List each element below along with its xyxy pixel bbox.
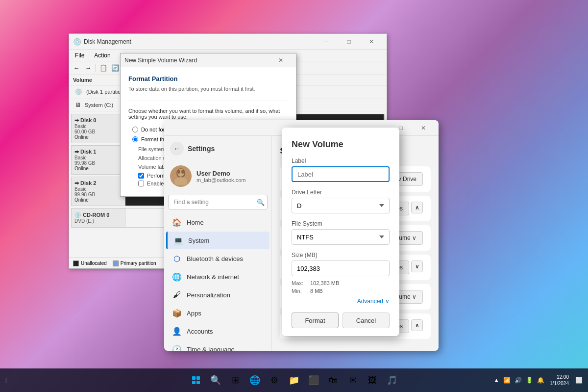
settings-nav-network[interactable]: 🌐 Network & internet xyxy=(166,268,270,286)
taskbar-mail[interactable]: ✉ xyxy=(344,371,362,389)
toolbar-sep1 xyxy=(96,64,96,72)
nv-min-value: 8 MB xyxy=(310,288,323,294)
time-icon: 🕐 xyxy=(172,344,182,351)
taskbar-left: | xyxy=(4,377,8,384)
nav-bluetooth-label: Bluetooth & devices xyxy=(187,255,243,262)
bluetooth-icon: ⬡ xyxy=(172,254,182,263)
settings-nav-time[interactable]: 🕐 Time & language xyxy=(166,340,270,351)
wizard-radio2[interactable] xyxy=(132,136,138,142)
nv-drive-letter-label: Drive Letter xyxy=(292,189,390,196)
toolbar-btn1[interactable]: 📋 xyxy=(98,63,109,74)
disk-mgmt-controls: ─ □ ✕ xyxy=(315,34,383,50)
legend-unalloc-box xyxy=(73,261,79,266)
nv-advanced-btn[interactable]: Advanced ∨ xyxy=(292,298,390,305)
nv-size-input[interactable] xyxy=(292,261,390,276)
wizard-section-title: Format Partition xyxy=(128,75,288,82)
nav-accounts-label: Accounts xyxy=(187,328,213,335)
nv-min-label: Min: xyxy=(292,288,306,294)
settings-search-input[interactable] xyxy=(168,195,268,209)
wizard-subtitle: To store data on this partition, you mus… xyxy=(128,85,288,93)
tray-date-value: 1/1/2024 xyxy=(550,380,569,387)
legend-primary-label: Primary partition xyxy=(121,261,156,266)
tray-show-desktop[interactable]: | xyxy=(4,377,8,384)
apps-icon: 📦 xyxy=(172,308,182,318)
taskbar-taskview[interactable]: ⊞ xyxy=(226,371,244,389)
menu-action[interactable]: Action xyxy=(90,51,114,60)
settings-search-btn[interactable]: 🔍 xyxy=(257,199,265,206)
tray-icons: ▲ 📶 🔊 🔋 🔔 xyxy=(492,376,546,385)
disk-2-label: ➡ Disk 2 Basic 99.98 GB Online xyxy=(72,177,125,206)
nv-max-label: Max: xyxy=(292,280,306,286)
disk-mgmt-titlebar[interactable]: 💿 Disk Management ─ □ ✕ xyxy=(69,34,387,50)
nav-personalization-label: Personalization xyxy=(187,291,230,299)
wizard-radio1[interactable] xyxy=(132,127,138,132)
svg-point-1 xyxy=(174,177,187,185)
tray-expand[interactable]: ▲ xyxy=(492,376,501,385)
settings-close[interactable]: ✕ xyxy=(412,120,435,136)
nv-label-input[interactable] xyxy=(292,166,390,182)
disk-mgmt-close[interactable]: ✕ xyxy=(360,34,383,50)
wizard-enable-check[interactable] xyxy=(138,181,144,186)
user-info: User Demo m_lab@outlook.com xyxy=(196,170,245,183)
expand-btn-2[interactable]: ∨ xyxy=(411,261,423,272)
taskbar-explorer[interactable]: 📁 xyxy=(285,371,303,389)
tray-time-value: 12:00 xyxy=(557,374,569,380)
system-icon: 💻 xyxy=(173,235,183,245)
settings-nav-personalization[interactable]: 🖌 Personalization xyxy=(166,286,270,304)
settings-nav-system[interactable]: 💻 System xyxy=(166,232,270,249)
user-avatar xyxy=(170,165,192,187)
nv-format-btn[interactable]: Format xyxy=(292,313,339,328)
disk-mgmt-icon: 💿 xyxy=(73,38,81,46)
expand-btn-1[interactable]: ∧ xyxy=(411,202,423,213)
taskbar-terminal[interactable]: ⬛ xyxy=(305,371,322,389)
settings-nav-apps[interactable]: 📦 Apps xyxy=(166,304,270,322)
network-icon: 🌐 xyxy=(172,272,182,282)
svg-point-4 xyxy=(181,170,184,174)
tray-sound[interactable]: 🔊 xyxy=(513,376,523,385)
wizard-close[interactable]: ✕ xyxy=(270,52,292,68)
wizard-titlebar[interactable]: New Simple Volume Wizard ✕ xyxy=(121,53,296,67)
vol-cap xyxy=(345,86,385,97)
win-grid-tl xyxy=(192,376,196,380)
disk-mgmt-minimize[interactable]: ─ xyxy=(315,34,338,50)
col-status xyxy=(306,76,345,84)
disk-0-label: ➡ Disk 0 Basic 60.00 GB Online xyxy=(72,114,125,143)
toolbar-back[interactable]: ← xyxy=(71,63,82,74)
start-button[interactable] xyxy=(187,371,205,389)
nv-cancel-btn[interactable]: Cancel xyxy=(343,313,390,328)
nv-filesystem-select[interactable]: NTFS FAT32 exFAT xyxy=(292,229,390,245)
nav-time-label: Time & language xyxy=(187,346,235,351)
win-grid-tr xyxy=(196,376,200,380)
settings-nav-bluetooth[interactable]: ⬡ Bluetooth & devices xyxy=(166,250,270,267)
taskbar: | 🔍 ⊞ 🌐 ⚙ 📁 ⬛ 🛍 ✉ 🖼 🎵 xyxy=(0,368,588,392)
tray-battery[interactable]: 🔋 xyxy=(524,376,535,385)
taskbar-photos[interactable]: 🖼 xyxy=(364,371,381,389)
menu-file[interactable]: File xyxy=(71,51,88,60)
wizard-perf-check[interactable] xyxy=(138,173,144,179)
taskbar-spotify[interactable]: 🎵 xyxy=(383,371,401,389)
tray-time[interactable]: 12:00 1/1/2024 xyxy=(548,374,571,387)
user-name: User Demo xyxy=(196,170,245,177)
settings-search-container: 🔍 xyxy=(168,195,268,209)
expand-btn-3[interactable]: ∧ xyxy=(411,319,423,331)
user-profile[interactable]: User Demo m_lab@outlook.com xyxy=(164,161,271,191)
chevron-down-icon: ∨ xyxy=(385,298,390,305)
toolbar-forward[interactable]: → xyxy=(83,63,94,74)
nv-title: New Volume xyxy=(292,139,390,150)
disk-mgmt-maximize[interactable]: □ xyxy=(338,34,360,50)
accounts-icon: 👤 xyxy=(172,326,182,336)
taskbar-edge[interactable]: 🌐 xyxy=(246,371,264,389)
settings-nav-header: ← Settings xyxy=(164,140,271,157)
taskbar-search[interactable]: 🔍 xyxy=(207,371,224,389)
nv-drive-letter-select[interactable]: D C E F xyxy=(292,198,390,213)
tray-notification[interactable]: 🔔 xyxy=(536,376,546,385)
tray-show-desktop-btn[interactable]: ⬜ xyxy=(573,376,584,385)
toolbar-btn2[interactable]: 🔄 xyxy=(110,63,121,74)
taskbar-chrome[interactable]: ⚙ xyxy=(266,371,283,389)
vol-cap xyxy=(345,100,385,110)
settings-nav-accounts[interactable]: 👤 Accounts xyxy=(166,322,270,340)
settings-nav-home[interactable]: 🏠 Home xyxy=(166,213,270,231)
settings-back-btn[interactable]: ← xyxy=(170,142,184,156)
tray-wifi[interactable]: 📶 xyxy=(502,376,512,385)
taskbar-store[interactable]: 🛍 xyxy=(324,371,342,389)
